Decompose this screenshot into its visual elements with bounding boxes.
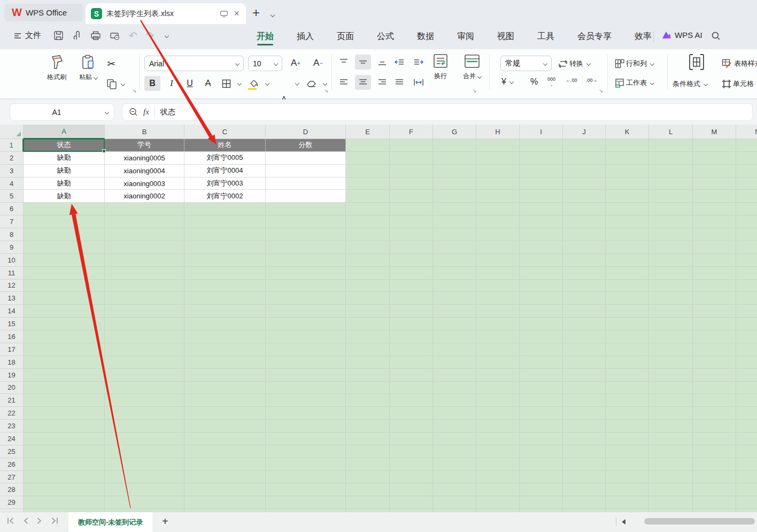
cell-N21[interactable] bbox=[736, 394, 757, 407]
cell-M29[interactable] bbox=[693, 496, 736, 509]
cell-D22[interactable] bbox=[266, 407, 346, 420]
clear-format-button[interactable] bbox=[304, 76, 320, 91]
row-header-16[interactable]: 16 bbox=[0, 330, 24, 343]
cell-L27[interactable] bbox=[649, 471, 693, 484]
cell-K9[interactable] bbox=[606, 241, 649, 254]
cell-A22[interactable] bbox=[24, 407, 105, 420]
cell-M22[interactable] bbox=[693, 407, 736, 420]
cell-M17[interactable] bbox=[693, 343, 736, 356]
monitor-icon[interactable] bbox=[220, 10, 228, 18]
cell-A10[interactable] bbox=[24, 254, 105, 267]
cell-C19[interactable] bbox=[184, 369, 266, 382]
cell-A7[interactable] bbox=[24, 215, 105, 228]
table-style-button[interactable]: 表格样式 bbox=[722, 59, 757, 68]
cell-L8[interactable] bbox=[649, 228, 693, 241]
fill-handle[interactable] bbox=[102, 149, 106, 153]
menu-tab-2[interactable]: 插入 bbox=[297, 26, 314, 48]
column-header-L[interactable]: L bbox=[649, 125, 693, 139]
cell-C17[interactable] bbox=[184, 343, 266, 356]
align-left-button[interactable] bbox=[336, 75, 352, 90]
cell-C22[interactable] bbox=[184, 407, 266, 420]
cell-E7[interactable] bbox=[346, 215, 390, 228]
cell-F27[interactable] bbox=[390, 471, 433, 484]
cell-F13[interactable] bbox=[390, 292, 433, 305]
row-header-29[interactable]: 29 bbox=[0, 496, 24, 509]
paste-button[interactable]: 粘贴 bbox=[79, 55, 97, 82]
cell-B10[interactable] bbox=[105, 254, 184, 267]
cell-K2[interactable] bbox=[606, 152, 649, 165]
cell-B26[interactable] bbox=[105, 458, 184, 471]
cell-I1[interactable] bbox=[520, 139, 563, 152]
row-header-4[interactable]: 4 bbox=[0, 178, 24, 190]
bold-button[interactable]: B bbox=[144, 76, 160, 91]
cell-G14[interactable] bbox=[433, 305, 476, 318]
cell-D12[interactable] bbox=[266, 280, 346, 292]
cell-E10[interactable] bbox=[346, 254, 390, 267]
row-header-2[interactable]: 2 bbox=[0, 152, 24, 165]
cell-M7[interactable] bbox=[693, 215, 736, 228]
cell-D3[interactable] bbox=[266, 165, 346, 178]
cell-G24[interactable] bbox=[433, 433, 476, 445]
align-center-button[interactable] bbox=[355, 75, 371, 90]
cell-A24[interactable] bbox=[24, 433, 105, 445]
cell-J14[interactable] bbox=[563, 305, 606, 318]
cell-D7[interactable] bbox=[266, 215, 346, 228]
cell-C23[interactable] bbox=[184, 420, 266, 433]
conditional-format-button[interactable]: 条件格式 bbox=[673, 79, 707, 89]
cell-B6[interactable] bbox=[105, 203, 184, 215]
cell-H12[interactable] bbox=[476, 280, 520, 292]
cell-B16[interactable] bbox=[105, 330, 184, 343]
cell-E21[interactable] bbox=[346, 394, 390, 407]
increase-font-button[interactable]: A+ bbox=[288, 56, 304, 71]
column-header-M[interactable]: M bbox=[693, 125, 736, 139]
cell-C11[interactable] bbox=[184, 267, 266, 280]
cell-E19[interactable] bbox=[346, 369, 390, 382]
export-icon[interactable] bbox=[72, 30, 82, 41]
cell-J5[interactable] bbox=[563, 190, 606, 203]
row-header-23[interactable]: 23 bbox=[0, 420, 24, 433]
cell-I3[interactable] bbox=[520, 165, 563, 178]
cell-B29[interactable] bbox=[105, 496, 184, 509]
cell-J1[interactable] bbox=[563, 139, 606, 152]
menu-tab-1[interactable]: 开始 bbox=[257, 26, 274, 48]
sheet-tab-active[interactable]: 教师空间-未签到记录 bbox=[68, 512, 152, 532]
cell-D15[interactable] bbox=[266, 318, 346, 330]
cell-N17[interactable] bbox=[736, 343, 757, 356]
row-header-13[interactable]: 13 bbox=[0, 292, 24, 305]
cell-A27[interactable] bbox=[24, 471, 105, 484]
menu-tab-10[interactable]: 效率 bbox=[635, 26, 652, 48]
cell-K24[interactable] bbox=[606, 433, 649, 445]
borders-chevron-icon[interactable] bbox=[237, 81, 242, 86]
cell-J6[interactable] bbox=[563, 203, 606, 215]
name-box[interactable]: A1 bbox=[10, 103, 114, 121]
cell-J22[interactable] bbox=[563, 407, 606, 420]
wrap-text-button[interactable]: 换行 bbox=[433, 53, 448, 81]
cell-F1[interactable] bbox=[390, 139, 433, 152]
cell-I4[interactable] bbox=[520, 178, 563, 190]
cell-G21[interactable] bbox=[433, 394, 476, 407]
cell-E27[interactable] bbox=[346, 471, 390, 484]
cell-F7[interactable] bbox=[390, 215, 433, 228]
cell-C16[interactable] bbox=[184, 330, 266, 343]
clipboard-dialog-launcher[interactable]: ↘ bbox=[132, 88, 136, 94]
cell-K3[interactable] bbox=[606, 165, 649, 178]
document-tab[interactable]: S 未签到学生列表.xlsx × bbox=[86, 3, 246, 24]
cell-K15[interactable] bbox=[606, 318, 649, 330]
decrease-decimal-button[interactable]: .00→ bbox=[586, 78, 598, 83]
cell-N12[interactable] bbox=[736, 280, 757, 292]
cell-H5[interactable] bbox=[476, 190, 520, 203]
cell-C3[interactable]: 刘宵宁0004 bbox=[184, 165, 266, 178]
cell-A28[interactable] bbox=[24, 483, 105, 496]
cell-L26[interactable] bbox=[649, 458, 693, 471]
cell-K21[interactable] bbox=[606, 394, 649, 407]
format-painter-button[interactable]: 格式刷 bbox=[47, 55, 66, 82]
cell-B9[interactable] bbox=[105, 241, 184, 254]
cell-M26[interactable] bbox=[693, 458, 736, 471]
cell-M14[interactable] bbox=[693, 305, 736, 318]
cell-C24[interactable] bbox=[184, 433, 266, 445]
cell-I27[interactable] bbox=[520, 471, 563, 484]
cell-C10[interactable] bbox=[184, 254, 266, 267]
cell-E8[interactable] bbox=[346, 228, 390, 241]
cell-F24[interactable] bbox=[390, 433, 433, 445]
add-sheet-button[interactable]: + bbox=[162, 515, 168, 528]
